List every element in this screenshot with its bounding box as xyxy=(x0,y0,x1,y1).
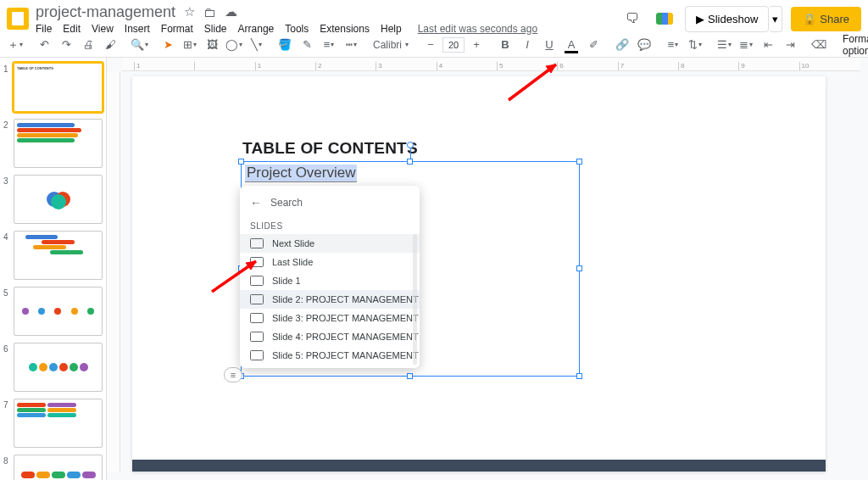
thumbnail-5[interactable] xyxy=(14,287,103,336)
menu-slide[interactable]: Slide xyxy=(204,23,227,35)
link-item-slide-1[interactable]: Slide 1 xyxy=(240,271,420,290)
menu-insert[interactable]: Insert xyxy=(125,23,150,35)
shape-tool[interactable]: ◯ xyxy=(224,36,244,54)
bullet-list-button[interactable]: ☰ xyxy=(714,36,734,54)
line-spacing-button[interactable]: ⇅ xyxy=(685,36,705,54)
resize-handle-tl[interactable] xyxy=(238,159,244,165)
slide-icon xyxy=(250,313,264,323)
select-tool[interactable]: ➤ xyxy=(158,36,178,54)
thumbnail-panel[interactable]: 1 TABLE OF CONTENTS 2 3 4 5 6 7 8 xyxy=(0,58,107,480)
link-item-slide-2[interactable]: Slide 2: PROJECT MANAGEMENT INFOGRAPHICS xyxy=(240,290,420,309)
back-arrow-icon[interactable]: ← xyxy=(250,196,262,209)
link-item-label: Slide 4: PROJECT MANAGEMENT INFOGRAPHICS xyxy=(272,332,420,342)
textbox-tool[interactable]: ⊞ xyxy=(180,36,200,54)
link-item-slide-5[interactable]: Slide 5: PROJECT MANAGEMENT INFOGRAPHICS xyxy=(240,346,420,365)
menu-help[interactable]: Help xyxy=(381,23,402,35)
menu-edit[interactable]: Edit xyxy=(63,23,81,35)
last-edit-label[interactable]: Last edit was seconds ago xyxy=(418,23,537,35)
thumb-number: 8 xyxy=(3,455,10,480)
thumbnail-2[interactable] xyxy=(14,119,103,168)
menu-view[interactable]: View xyxy=(92,23,114,35)
numbered-list-button[interactable]: ≣ xyxy=(736,36,756,54)
decrease-indent-button[interactable]: ⇤ xyxy=(758,36,778,54)
slide-canvas[interactable]: TABLE OF CONTENTS Project Overview ← Sea… xyxy=(132,76,826,472)
search-input[interactable]: Search xyxy=(270,197,303,209)
menu-file[interactable]: File xyxy=(36,23,52,35)
vertical-ruler xyxy=(107,71,120,472)
link-item-slide-3[interactable]: Slide 3: PROJECT MANAGEMENT INFOGRAPHICS xyxy=(240,309,420,327)
resize-handle-bm[interactable] xyxy=(407,373,413,379)
border-color-button[interactable]: ✎ xyxy=(297,36,317,54)
link-item-last-slide[interactable]: Last Slide xyxy=(240,253,420,271)
line-tool[interactable]: ╲ xyxy=(246,36,266,54)
paint-format-button[interactable]: 🖌 xyxy=(100,36,120,54)
thumb-number: 1 xyxy=(3,63,10,112)
print-button[interactable]: 🖨 xyxy=(78,36,98,54)
font-size-decrease[interactable]: − xyxy=(420,36,441,54)
move-icon[interactable]: 🗀 xyxy=(203,5,216,20)
menu-extensions[interactable]: Extensions xyxy=(320,23,370,35)
resize-handle-tm[interactable] xyxy=(407,159,413,165)
link-item-slide-4[interactable]: Slide 4: PROJECT MANAGEMENT INFOGRAPHICS xyxy=(240,327,420,346)
clear-formatting-button[interactable]: ⌫ xyxy=(809,36,829,54)
border-weight-button[interactable]: ≡ xyxy=(319,36,339,54)
insert-comment-button[interactable]: 💬 xyxy=(634,36,654,54)
cloud-status-icon[interactable]: ☁ xyxy=(225,4,237,20)
thumbnail-3[interactable] xyxy=(14,175,103,224)
menu-tools[interactable]: Tools xyxy=(285,23,309,35)
redo-button[interactable]: ↷ xyxy=(56,36,76,54)
popup-scrollbar[interactable] xyxy=(413,234,417,365)
resize-handle-br[interactable] xyxy=(576,373,582,379)
slideshow-dropdown[interactable]: ▾ xyxy=(769,6,782,32)
comment-history-icon[interactable]: 🗨 xyxy=(620,7,644,31)
rotation-line xyxy=(410,147,411,159)
resize-handle-tr[interactable] xyxy=(576,159,582,165)
indent-marker-icon[interactable]: ≡ xyxy=(224,367,242,382)
thumbnail-6[interactable] xyxy=(14,343,103,392)
text-color-button[interactable]: A xyxy=(561,36,581,54)
thumbnail-1[interactable]: TABLE OF CONTENTS xyxy=(14,63,103,112)
horizontal-ruler: 112345678910 xyxy=(122,58,860,71)
menu-arrange[interactable]: Arrange xyxy=(238,23,275,35)
slideshow-button[interactable]: ▶ Slideshow xyxy=(685,6,769,32)
document-title[interactable]: project-management xyxy=(36,3,175,21)
image-tool[interactable]: 🖼 xyxy=(202,36,222,54)
slides-logo-icon[interactable] xyxy=(7,8,29,30)
doc-title-area: project-management ☆ 🗀 ☁ File Edit View … xyxy=(36,3,620,35)
undo-button[interactable]: ↶ xyxy=(34,36,54,54)
zoom-button[interactable]: 🔍 xyxy=(129,36,149,54)
underline-button[interactable]: U xyxy=(539,36,559,54)
slide-icon xyxy=(250,276,264,286)
font-family-select[interactable]: Calibri xyxy=(370,36,412,54)
thumb-number: 6 xyxy=(3,343,10,392)
thumb-number: 2 xyxy=(3,119,10,168)
fill-color-button[interactable]: 🪣 xyxy=(275,36,295,54)
thumbnail-7[interactable] xyxy=(14,399,103,448)
format-options-button[interactable]: Format options xyxy=(837,33,868,57)
thumbnail-8[interactable] xyxy=(14,455,103,480)
italic-button[interactable]: I xyxy=(517,36,537,54)
align-button[interactable]: ≡ xyxy=(663,36,683,54)
thumbnail-4[interactable] xyxy=(14,231,103,280)
resize-handle-mr[interactable] xyxy=(576,265,582,271)
rotation-handle[interactable] xyxy=(407,142,414,148)
highlight-color-button[interactable]: ✐ xyxy=(583,36,604,54)
link-item-label: Slide 1 xyxy=(272,276,301,286)
increase-indent-button[interactable]: ⇥ xyxy=(780,36,800,54)
border-dash-button[interactable]: ┅ xyxy=(341,36,361,54)
link-item-next-slide[interactable]: Next Slide xyxy=(240,234,420,253)
font-size-value[interactable]: 20 xyxy=(442,37,465,53)
new-slide-button[interactable]: ＋ xyxy=(5,36,25,54)
meet-icon[interactable] xyxy=(653,7,676,31)
font-size-stepper[interactable]: − 20 + xyxy=(420,36,487,54)
menu-format[interactable]: Format xyxy=(161,23,193,35)
font-size-increase[interactable]: + xyxy=(466,36,487,54)
share-button[interactable]: 🔒 Share xyxy=(791,7,861,31)
link-item-label: Slide 3: PROJECT MANAGEMENT INFOGRAPHICS xyxy=(272,313,420,323)
selected-text[interactable]: Project Overview xyxy=(245,165,357,182)
link-search-popup: ← Search SLIDES Next Slide Last Slide Sl… xyxy=(240,186,420,368)
link-section-header: SLIDES xyxy=(240,216,420,234)
bold-button[interactable]: B xyxy=(495,36,515,54)
insert-link-button[interactable]: 🔗 xyxy=(612,36,632,54)
star-icon[interactable]: ☆ xyxy=(184,4,195,20)
